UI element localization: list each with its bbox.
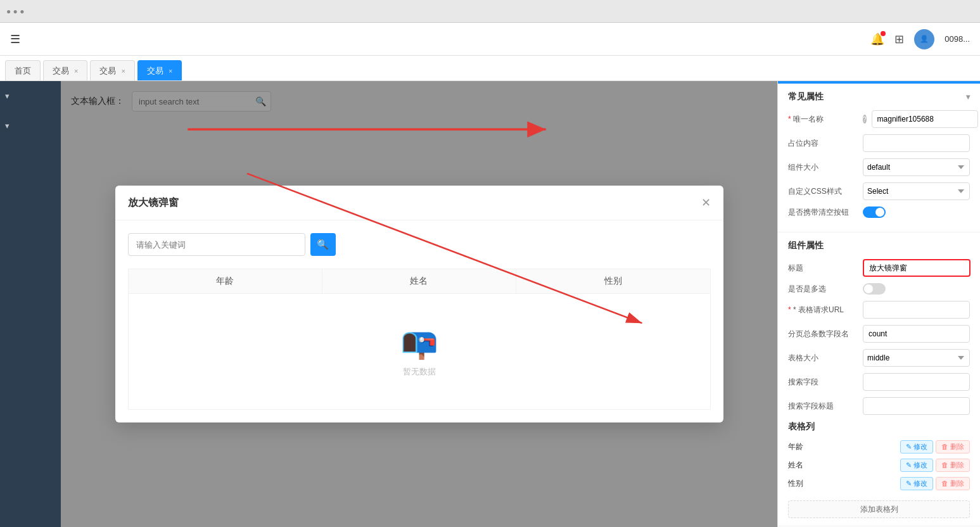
col-edit-gender[interactable]: ✎ 修改 — [900, 477, 933, 490]
col-delete-gender[interactable]: 🗑 删除 — [936, 477, 970, 490]
tab-trade-2-close[interactable]: × — [121, 67, 125, 75]
col-label-gender: 性别 — [788, 478, 803, 489]
search-title-input[interactable] — [863, 397, 970, 415]
placeholder-row: 占位内容 — [788, 134, 970, 152]
tab-trade-2[interactable]: 交易 × — [90, 60, 134, 80]
avatar: 👤 — [914, 29, 934, 49]
search-field-label: 搜索字段 — [788, 377, 858, 388]
search-title-row: 搜索字段标题 — [788, 397, 970, 415]
modal-search-button[interactable]: 🔍 — [310, 233, 336, 256]
add-col-button[interactable]: 添加表格列 — [788, 500, 970, 518]
tab-home[interactable]: 首页 — [5, 60, 41, 80]
empty-icon: 📭 — [139, 326, 700, 361]
multiple-label: 是否是多选 — [788, 284, 858, 295]
tab-trade-3[interactable]: 交易 × — [137, 60, 182, 80]
tab-trade-1-label: 交易 — [53, 65, 69, 77]
help-icon[interactable]: ? — [863, 115, 867, 124]
css-select[interactable]: Select — [863, 182, 970, 200]
unique-name-input[interactable] — [872, 110, 978, 128]
size-label: 组件大小 — [788, 162, 858, 173]
col-actions-age: ✎ 修改 🗑 删除 — [900, 440, 970, 454]
col-row-age: 年龄 ✎ 修改 🗑 删除 — [788, 440, 970, 454]
fullscreen-icon[interactable]: ⊞ — [894, 32, 904, 46]
username-label: 0098... — [945, 34, 970, 44]
search-title-label: 搜索字段标题 — [788, 401, 858, 412]
sidebar-item-1[interactable]: ▾ — [0, 81, 61, 111]
table-url-input[interactable] — [863, 301, 970, 319]
title-input[interactable] — [863, 259, 970, 277]
chevron-down-icon-1: ▾ — [5, 91, 10, 101]
pagination-field-input[interactable] — [863, 325, 970, 343]
unique-name-row: 唯一名称 ? — [788, 110, 970, 128]
col-delete-age[interactable]: 🗑 删除 — [936, 440, 970, 454]
common-attrs-chevron[interactable]: ▾ — [966, 92, 970, 101]
modal-keyword-input[interactable] — [128, 233, 305, 256]
clear-btn-row: 是否携带清空按钮 — [788, 206, 970, 218]
col-edit-age[interactable]: ✎ 修改 — [900, 440, 933, 454]
size-select[interactable]: default small large — [863, 158, 970, 176]
search-field-input[interactable] — [863, 373, 970, 391]
col-age: 年龄 — [128, 269, 322, 294]
col-delete-name[interactable]: 🗑 删除 — [936, 459, 970, 472]
content-area: 文本输入框： 🔍 放大镜弹窗 ✕ 🔍 — [61, 81, 777, 527]
tab-trade-1[interactable]: 交易 × — [43, 60, 87, 80]
header-left: ☰ — [10, 32, 20, 46]
empty-state: 📭 暂无数据 — [139, 300, 700, 403]
multiple-toggle[interactable] — [863, 283, 886, 295]
unique-name-label: 唯一名称 — [788, 114, 858, 125]
empty-text: 暂无数据 — [139, 366, 700, 378]
placeholder-label: 占位内容 — [788, 138, 858, 149]
modal-body: 🔍 年龄 姓名 性别 — [115, 220, 723, 422]
css-row: 自定义CSS样式 Select — [788, 182, 970, 200]
table-cols-title: 表格列 — [788, 421, 970, 433]
app-header: ☰ 🔔 ⊞ 👤 0098... — [0, 23, 980, 56]
chevron-down-icon-2: ▾ — [5, 121, 10, 130]
header-right: 🔔 ⊞ 👤 0098... — [870, 29, 970, 49]
tab-trade-3-label: 交易 — [147, 65, 163, 77]
col-actions-gender: ✎ 修改 🗑 删除 — [900, 477, 970, 490]
table-cols-label: 表格列 — [788, 421, 815, 433]
clear-btn-toggle[interactable] — [863, 206, 886, 218]
modal-title: 放大镜弹窗 — [128, 196, 179, 210]
avatar-placeholder: 👤 — [920, 35, 929, 43]
col-actions-name: ✎ 修改 🗑 删除 — [900, 459, 970, 472]
modal-search-icon: 🔍 — [317, 239, 329, 250]
multiple-row: 是否是多选 — [788, 283, 970, 295]
pagination-field-label: 分页总条数字段名 — [788, 329, 858, 340]
title-field-label: 标题 — [788, 263, 858, 274]
sidebar-item-2[interactable]: ▾ — [0, 111, 61, 141]
bell-wrapper[interactable]: 🔔 — [870, 32, 884, 46]
component-attrs-title: 组件属性 — [788, 240, 970, 251]
col-label-age: 年龄 — [788, 441, 803, 452]
col-edit-name[interactable]: ✎ 修改 — [900, 459, 933, 472]
tab-trade-1-close[interactable]: × — [74, 67, 78, 75]
table-url-row: * 表格请求URL — [788, 301, 970, 319]
browser-controls: ● ● ● — [6, 7, 24, 16]
table-size-select[interactable]: middle small large — [863, 349, 970, 367]
common-attrs-section: 常见属性 ▾ 唯一名称 ? 占位内容 组件大小 default small la… — [778, 84, 980, 232]
css-label: 自定义CSS样式 — [788, 186, 858, 197]
right-panel: 常见属性 ▾ 唯一名称 ? 占位内容 组件大小 default small la… — [777, 81, 980, 527]
notification-dot — [881, 31, 886, 36]
col-name: 姓名 — [322, 269, 516, 294]
col-row-gender: 性别 ✎ 修改 🗑 删除 — [788, 477, 970, 490]
search-field-row: 搜索字段 — [788, 373, 970, 391]
empty-state-row: 📭 暂无数据 — [128, 294, 710, 410]
table-header-row: 年龄 姓名 性别 — [128, 269, 710, 294]
main-area: ▾ ▾ 文本输入框： 🔍 放大镜弹窗 ✕ — [0, 81, 980, 527]
modal-close-button[interactable]: ✕ — [701, 196, 711, 210]
pagination-field-row: 分页总条数字段名 — [788, 325, 970, 343]
browser-bar: ● ● ● — [0, 0, 980, 23]
tab-trade-3-close[interactable]: × — [169, 67, 172, 75]
menu-icon[interactable]: ☰ — [10, 32, 20, 46]
magnifier-modal: 放大镜弹窗 ✕ 🔍 年龄 姓名 — [115, 186, 723, 422]
placeholder-input[interactable] — [863, 134, 970, 152]
title-row: 标题 — [788, 259, 970, 277]
table-url-label: * 表格请求URL — [788, 305, 858, 315]
common-attrs-label: 常见属性 — [788, 91, 824, 103]
modal-header: 放大镜弹窗 ✕ — [115, 186, 723, 220]
size-row: 组件大小 default small large — [788, 158, 970, 176]
clear-btn-label: 是否携带清空按钮 — [788, 207, 858, 218]
col-label-name: 姓名 — [788, 460, 803, 471]
common-attrs-title: 常见属性 ▾ — [788, 91, 970, 103]
